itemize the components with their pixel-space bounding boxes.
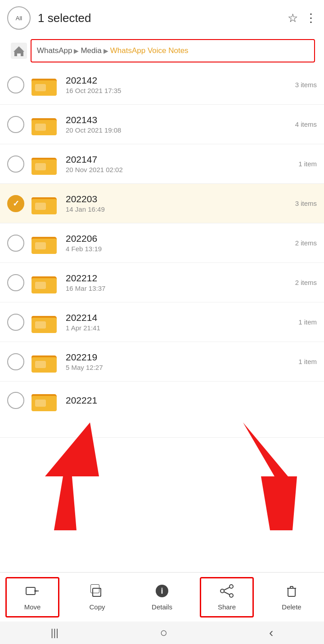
svg-rect-7: [35, 124, 46, 131]
svg-text:i: i: [161, 586, 163, 595]
svg-rect-19: [35, 282, 46, 289]
breadcrumb-whatsapp: WhatsApp: [37, 46, 72, 55]
folder-radio-4[interactable]: [7, 235, 24, 252]
folder-date-4: 4 Feb 13:19: [66, 245, 295, 253]
move-label: Move: [24, 603, 41, 611]
folder-name-6: 202214: [66, 312, 298, 323]
folder-radio-0[interactable]: [7, 76, 24, 93]
folder-radio-1[interactable]: [7, 116, 24, 133]
folder-icon-0: [30, 71, 58, 99]
folder-info-2: 202147 20 Nov 2021 02:02: [66, 154, 298, 173]
svg-point-38: [220, 589, 224, 593]
folder-icon-5: [30, 268, 58, 297]
folder-count-7: 1 item: [298, 358, 317, 365]
folder-item[interactable]: 202221: [0, 382, 324, 438]
move-button[interactable]: Move: [5, 577, 59, 617]
selection-count: 1 selected: [38, 11, 288, 25]
folder-name-4: 202206: [66, 233, 295, 244]
delete-button[interactable]: Delete: [265, 577, 319, 617]
details-label: Details: [152, 603, 172, 611]
recent-apps-icon[interactable]: |||: [51, 627, 58, 639]
breadcrumb[interactable]: WhatsApp ▶ Media ▶ WhatsApp Voice Notes: [31, 39, 315, 62]
folder-item[interactable]: 202143 20 Oct 2021 19:08 4 items: [0, 105, 324, 144]
folder-date-2: 20 Nov 2021 02:02: [66, 166, 298, 173]
folder-icon-2: [30, 150, 58, 178]
folder-info-0: 202142 16 Oct 2021 17:35: [66, 75, 295, 94]
folder-icon-7: [30, 347, 58, 376]
svg-rect-22: [35, 321, 46, 329]
svg-point-39: [230, 594, 233, 597]
folder-name-1: 202143: [66, 115, 295, 125]
folder-radio-8[interactable]: [7, 392, 24, 409]
folder-item-selected[interactable]: 202203 14 Jan 16:49 3 items: [0, 184, 324, 223]
folder-icon-6: [30, 308, 58, 337]
more-options-icon[interactable]: ⋮: [305, 11, 317, 25]
folder-info-8: 202221: [66, 395, 317, 406]
folder-count-5: 2 items: [295, 279, 317, 286]
svg-line-41: [224, 592, 230, 595]
folder-item[interactable]: 202214 1 Apr 21:41 1 item: [0, 302, 324, 342]
navigation-bar: ||| ○ ‹: [0, 622, 324, 644]
folder-name-8: 202221: [66, 395, 317, 406]
folder-item[interactable]: 202219 5 May 12:27 1 item: [0, 342, 324, 382]
move-icon: [25, 584, 40, 601]
folder-name-7: 202219: [66, 352, 298, 363]
folder-count-2: 1 item: [298, 160, 317, 168]
svg-rect-25: [35, 361, 46, 368]
folder-info-1: 202143 20 Oct 2021 19:08: [66, 115, 295, 134]
folder-radio-7[interactable]: [7, 353, 24, 370]
breadcrumb-row: WhatsApp ▶ Media ▶ WhatsApp Voice Notes: [4, 36, 320, 65]
breadcrumb-sep1: ▶: [74, 47, 79, 54]
folder-date-3: 14 Jan 16:49: [66, 205, 295, 213]
svg-point-37: [230, 585, 233, 588]
svg-rect-13: [35, 203, 46, 210]
svg-line-40: [224, 587, 230, 590]
svg-rect-29: [26, 587, 35, 595]
folder-count-0: 3 items: [295, 81, 317, 89]
copy-label: Copy: [89, 603, 105, 611]
header: All 1 selected ☆ ⋮: [0, 0, 324, 36]
folder-item[interactable]: 202147 20 Nov 2021 02:02 1 item: [0, 144, 324, 184]
folder-list: 202142 16 Oct 2021 17:35 3 items 202143 …: [0, 65, 324, 438]
svg-marker-47: [45, 422, 99, 530]
select-all-circle[interactable]: All: [7, 6, 31, 30]
folder-item[interactable]: 202212 16 Mar 13:37 2 items: [0, 263, 324, 302]
details-button[interactable]: i Details: [135, 577, 189, 617]
folder-date-0: 16 Oct 2021 17:35: [66, 87, 295, 94]
folder-icon-8: [30, 386, 58, 415]
folder-radio-3[interactable]: [7, 195, 24, 212]
svg-rect-10: [35, 163, 46, 170]
star-icon[interactable]: ☆: [288, 11, 298, 25]
folder-name-2: 202147: [66, 154, 298, 165]
share-label: Share: [218, 603, 236, 611]
bottom-toolbar: Move Copy i Details Share Delete: [0, 572, 324, 622]
share-button[interactable]: Share: [200, 577, 254, 617]
delete-icon: [284, 584, 299, 601]
folder-item[interactable]: 202142 16 Oct 2021 17:35 3 items: [0, 65, 324, 105]
folder-info-6: 202214 1 Apr 21:41: [66, 312, 298, 332]
folder-name-5: 202212: [66, 273, 295, 284]
folder-radio-2[interactable]: [7, 155, 24, 173]
breadcrumb-media: Media: [81, 46, 101, 55]
all-label: All: [16, 15, 22, 22]
breadcrumb-current: WhatsApp Voice Notes: [110, 46, 189, 55]
folder-icon-4: [30, 229, 58, 258]
folder-icon-3: [30, 189, 58, 218]
folder-count-4: 2 items: [295, 239, 317, 247]
svg-rect-4: [35, 84, 46, 91]
folder-date-7: 5 May 12:27: [66, 364, 298, 371]
svg-rect-42: [288, 588, 295, 596]
details-icon: i: [155, 584, 169, 601]
back-nav-icon[interactable]: ‹: [269, 626, 273, 640]
breadcrumb-sep2: ▶: [104, 47, 108, 54]
folder-item[interactable]: 202206 4 Feb 13:19 2 items: [0, 223, 324, 263]
home-icon[interactable]: [9, 41, 29, 61]
folder-icon-1: [30, 110, 58, 139]
folder-radio-6[interactable]: [7, 314, 24, 331]
folder-name-3: 202203: [66, 194, 295, 204]
copy-button[interactable]: Copy: [70, 577, 124, 617]
folder-info-7: 202219 5 May 12:27: [66, 352, 298, 371]
home-nav-icon[interactable]: ○: [160, 626, 167, 640]
folder-radio-5[interactable]: [7, 274, 24, 291]
copy-icon: [90, 584, 104, 601]
